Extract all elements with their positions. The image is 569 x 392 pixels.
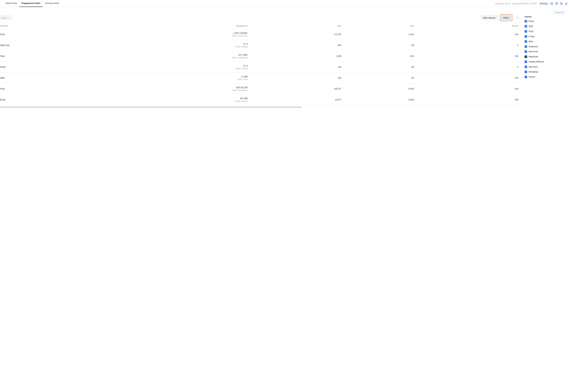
cell-sent: 804 <box>250 40 344 51</box>
checkbox-icon[interactable] <box>525 35 527 38</box>
table-row[interactable]: Email0 / 3Clicks / Viewed1360%3 <box>0 62 521 72</box>
filter-label: Web Push <box>529 51 538 53</box>
table-row[interactable]: Web Push0 / 3Clicks / Viewed8040%3 <box>0 40 521 51</box>
checkbox-icon[interactable] <box>525 20 527 23</box>
svg-point-0 <box>551 2 553 5</box>
filter-option-sms[interactable]: SMS <box>525 25 566 28</box>
reset-all-button[interactable]: Reset All <box>553 10 566 15</box>
horizontal-scrollbar[interactable] <box>0 107 302 108</box>
table-row[interactable]: Push328 / 92,743Clicks / Impressions139,… <box>0 84 521 94</box>
cell-rate: 0% <box>344 40 417 51</box>
checkbox-icon[interactable] <box>525 56 527 58</box>
checkbox-icon[interactable] <box>525 45 527 48</box>
cell-viewed: N/A <box>417 84 521 94</box>
tab-node-stats[interactable]: Node Stats <box>3 0 19 7</box>
cell-channel: Push <box>0 51 115 62</box>
cell-channel: SMS <box>0 72 115 84</box>
filter-option-google-adwords[interactable]: Google AdWords <box>525 60 566 63</box>
col-channel[interactable]: Channel <box>0 23 115 29</box>
filter-option-web[interactable]: Web <box>525 40 566 43</box>
svg-rect-1 <box>551 3 552 4</box>
chevron-right-icon[interactable] <box>515 15 520 20</box>
edit-icon[interactable] <box>565 2 568 5</box>
checkbox-icon[interactable] <box>525 25 527 28</box>
filter-option-web-push[interactable]: Web Push <box>525 50 566 53</box>
cell-viewed: 3 <box>417 62 521 72</box>
filter-list: EmailSMSPushIn-AppWebAudiencesWeb PushWe… <box>525 20 566 78</box>
checkbox-icon[interactable] <box>525 30 527 33</box>
table-row[interactable]: Email28 / 929Clicks / Viewed21,9773.01%9… <box>0 94 521 105</box>
copy-icon[interactable] <box>560 2 563 5</box>
stop-icon[interactable] <box>555 2 558 5</box>
cell-viewed: N/A <box>417 29 521 40</box>
filters-button[interactable]: Filters <box>501 15 512 20</box>
cell-channel: Email <box>0 94 115 105</box>
filter-option-app-inbox[interactable]: App Inbox <box>525 66 566 68</box>
cell-rate: 0% <box>344 62 417 72</box>
filter-label: SMS <box>529 25 533 28</box>
filter-option-in-app[interactable]: In-App <box>525 35 566 38</box>
col-engagement[interactable]: Engagement <box>115 23 250 29</box>
checkbox-icon[interactable] <box>525 66 527 68</box>
engagement-table: Channel Engagement Sent Rate Viewed Push… <box>0 23 521 105</box>
table-row[interactable]: Push18 / 1,001Clicks / Impressions1,4821… <box>0 51 521 62</box>
cell-engagement: 28 / 929Clicks / Viewed <box>115 94 250 105</box>
col-viewed[interactable]: Viewed <box>417 23 521 29</box>
filter-label: Push <box>529 30 533 32</box>
cell-rate: 3.01% <box>344 94 417 105</box>
cell-sent: 172,176 <box>250 29 344 40</box>
table-toolbar: Name, ... Edit Columns Filters <box>0 13 521 23</box>
main-area: Name, ... Edit Columns Filters Channel E… <box>0 7 521 113</box>
content-wrap: Name, ... Edit Columns Filters Channel E… <box>0 7 569 113</box>
cell-channel: Push <box>0 84 115 94</box>
table-row[interactable]: Push1,203 / 119,457Clicks / Impressions1… <box>0 29 521 40</box>
filter-option-partner[interactable]: Partner <box>525 76 566 78</box>
filters-highlight: Filters <box>500 14 512 21</box>
checkbox-icon[interactable] <box>525 50 527 53</box>
filter-label: Audiences <box>529 45 538 48</box>
cell-rate: 0.35% <box>344 84 417 94</box>
tab-journey-stats[interactable]: Journey Stats <box>43 0 61 7</box>
filter-option-push[interactable]: Push <box>525 30 566 33</box>
running-since-text: Running since Feb 8, 12:31 PM <box>512 2 537 5</box>
cell-channel: Email <box>0 62 115 72</box>
filter-label: Partner <box>529 76 535 78</box>
filter-option-email[interactable]: Email <box>525 20 566 23</box>
pause-icon[interactable] <box>550 2 553 5</box>
edit-columns-button[interactable]: Edit Columns <box>481 15 498 20</box>
tab-engagement-stats[interactable]: Engagement Stats <box>19 0 43 7</box>
cell-sent: 268 <box>250 72 344 84</box>
cell-sent: 21,977 <box>250 94 344 105</box>
cell-rate: 1.8% <box>344 51 417 62</box>
filter-label: Web <box>529 40 533 43</box>
filter-option-webhooks[interactable]: Webhooks <box>525 56 566 58</box>
cell-engagement: 328 / 92,743Clicks / Impressions <box>115 84 250 94</box>
filter-option-audiences[interactable]: Audiences <box>525 45 566 48</box>
filter-label: WhatsApp <box>529 71 538 73</box>
checkbox-icon[interactable] <box>525 60 527 63</box>
cell-engagement: 0 / 3Clicks / Viewed <box>115 62 250 72</box>
col-rate[interactable]: Rate <box>344 23 417 29</box>
table-header-row: Channel Engagement Sent Rate Viewed <box>0 23 521 29</box>
cell-channel: Push <box>0 29 115 40</box>
running-badge: Running <box>539 2 548 5</box>
cell-engagement: 0 / 3Clicks / Viewed <box>115 40 250 51</box>
cell-viewed: N/A <box>417 72 521 84</box>
cell-rate: 0% <box>344 72 417 84</box>
search-input[interactable]: Name, ... <box>0 15 13 20</box>
table-row[interactable]: SMS0 / 268Clicks / Sent2680%N/A <box>0 72 521 84</box>
cell-viewed: N/A <box>417 51 521 62</box>
filter-label: In-App <box>529 35 535 38</box>
filter-label: App Inbox <box>529 66 538 68</box>
col-sent[interactable]: Sent <box>250 23 344 29</box>
tabs: Node StatsEngagement StatsJourney Stats <box>0 0 62 7</box>
checkbox-icon[interactable] <box>525 71 527 73</box>
checkbox-icon[interactable] <box>525 76 527 78</box>
filter-label: Webhooks <box>529 56 538 58</box>
checkbox-icon[interactable] <box>525 40 527 43</box>
filter-label: Email <box>529 20 534 22</box>
filter-option-whatsapp[interactable]: WhatsApp <box>525 71 566 73</box>
cell-engagement: 1,203 / 119,457Clicks / Impressions <box>115 29 250 40</box>
cell-sent: 1,482 <box>250 51 344 62</box>
svg-rect-4 <box>556 3 557 4</box>
